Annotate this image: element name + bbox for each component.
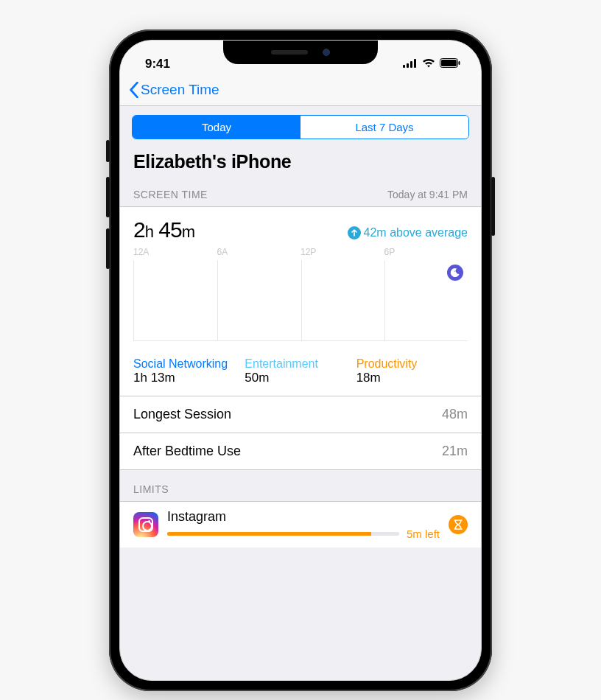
limit-app-name: Instagram	[167, 509, 440, 525]
screen-time-card[interactable]: 2h 45m 42m above average 12A6A12P6P z	[120, 207, 481, 470]
phone-frame: 9:41 Screen Time Today	[109, 29, 492, 691]
battery-icon	[440, 57, 460, 71]
category-value: 18m	[356, 371, 468, 385]
segmented-wrap: Today Last 7 Days	[120, 106, 481, 147]
category-value: 1h 13m	[133, 371, 245, 385]
back-label: Screen Time	[141, 82, 219, 98]
stat-value: 21m	[442, 444, 468, 459]
section-header-screen-time: SCREEN TIME Today at 9:41 PM	[120, 183, 481, 207]
segmented-control: Today Last 7 Days	[132, 115, 469, 139]
section-title: SCREEN TIME	[133, 189, 208, 200]
svg-text:z: z	[454, 269, 456, 273]
cellular-signal-icon	[403, 57, 418, 71]
limit-progress-bar	[167, 532, 399, 536]
notch	[223, 41, 378, 64]
hourly-chart: 12A6A12P6P z	[133, 247, 468, 350]
screen: 9:41 Screen Time Today	[119, 40, 482, 681]
arrow-up-circle-icon	[348, 226, 361, 239]
hourglass-icon	[449, 515, 468, 534]
category: Entertainment50m	[245, 357, 356, 385]
device-title: Elizabeth's iPhone	[120, 147, 481, 183]
stat-row[interactable]: Longest Session48m	[120, 396, 481, 433]
svg-rect-2	[410, 61, 412, 68]
mute-switch	[106, 140, 110, 162]
svg-rect-3	[414, 59, 416, 68]
delta-above-average: 42m above average	[348, 226, 468, 242]
category: Productivity18m	[356, 357, 468, 385]
chevron-left-icon	[129, 82, 139, 98]
status-time: 9:41	[145, 57, 170, 71]
category-label: Productivity	[356, 357, 468, 371]
section-header-limits: LIMITS	[120, 470, 481, 502]
total-time: 2h 45m	[133, 217, 194, 242]
category: Social Networking1h 13m	[133, 357, 245, 385]
category-value: 50m	[245, 371, 356, 385]
svg-rect-0	[403, 65, 405, 68]
category-label: Social Networking	[133, 357, 245, 371]
stat-row[interactable]: After Bedtime Use21m	[120, 433, 481, 469]
seg-today[interactable]: Today	[133, 116, 300, 139]
volume-up-button	[106, 177, 110, 217]
instagram-icon	[133, 512, 158, 537]
seg-last7days[interactable]: Last 7 Days	[300, 116, 468, 139]
stat-value: 48m	[442, 407, 468, 422]
category-label: Entertainment	[245, 357, 356, 371]
svg-rect-1	[407, 63, 409, 68]
bedtime-moon-icon: z	[447, 265, 463, 281]
limit-row[interactable]: Instagram5m left	[120, 502, 481, 547]
side-button	[491, 177, 495, 236]
back-button[interactable]: Screen Time	[129, 82, 219, 98]
wifi-icon	[422, 57, 435, 71]
volume-down-button	[106, 228, 110, 269]
svg-rect-5	[441, 60, 457, 66]
stat-label: Longest Session	[133, 407, 231, 422]
section-timestamp: Today at 9:41 PM	[387, 189, 468, 200]
svg-rect-6	[459, 61, 460, 65]
limit-remaining: 5m left	[407, 528, 440, 540]
stat-label: After Bedtime Use	[133, 444, 241, 459]
nav-bar: Screen Time	[120, 77, 481, 106]
